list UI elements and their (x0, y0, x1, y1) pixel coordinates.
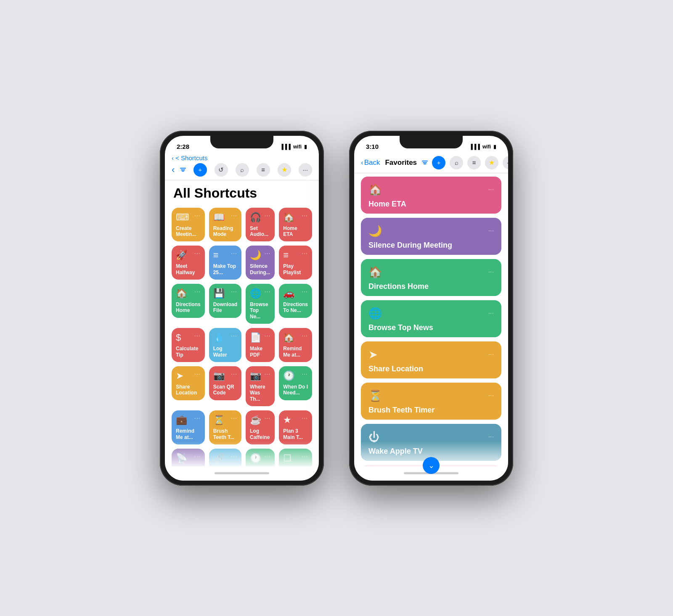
tile-more-icon[interactable]: ··· (265, 370, 271, 377)
tile-top: $ ··· (176, 332, 201, 343)
shortcut-tile-meet-halfway[interactable]: 🚀 ··· Meet Halfway (172, 246, 205, 280)
fav-item-wake-apple-tv[interactable]: ⏻ ··· Wake Apple TV (361, 424, 501, 461)
shortcut-tile-scan-qr[interactable]: 📷 ··· Scan QR Code (209, 366, 241, 400)
tile-more-icon[interactable]: ··· (302, 370, 308, 377)
layers-btn-2[interactable] (422, 161, 428, 164)
fav-item-brush-teeth-timer[interactable]: ⏳ ··· Brush Teeth Timer (361, 383, 501, 420)
list-btn-1[interactable]: ≡ (257, 163, 270, 177)
back-shortcuts[interactable]: ‹ < Shortcuts (172, 154, 207, 161)
fav-item-silence-during-meeting[interactable]: 🌙 ··· Silence During Meeting (361, 218, 501, 255)
tile-more-icon[interactable]: ··· (231, 212, 237, 219)
tile-more-icon[interactable]: ··· (302, 332, 308, 339)
shortcut-tile-make-top-25[interactable]: ≡ ··· Make Top 25... (209, 246, 241, 280)
fav-more-icon[interactable]: ··· (488, 433, 494, 441)
tile-more-icon[interactable]: ··· (231, 250, 237, 256)
shortcut-tile-make-pdf[interactable]: 📄 ··· Make PDF (246, 328, 275, 362)
tile-more-icon[interactable]: ··· (231, 370, 237, 377)
add-shortcut-btn[interactable]: + (193, 163, 207, 177)
list-btn-2[interactable]: ≡ (467, 156, 481, 169)
fav-more-icon[interactable]: ··· (488, 227, 494, 235)
shortcut-tile-open-app-on[interactable]: ☐ ··· Open App on... (279, 449, 312, 466)
tile-top: 🚗 ··· (283, 288, 308, 299)
star-btn-1[interactable]: ★ (278, 163, 291, 177)
fav-more-icon[interactable]: ··· (488, 392, 494, 399)
tile-top: 💾 ··· (213, 288, 237, 299)
wifi-icon-2: wifi (482, 144, 491, 150)
tile-more-icon[interactable]: ··· (194, 415, 201, 421)
status-time-1: 2:28 (177, 143, 189, 150)
shortcut-tile-reading-mode[interactable]: 📖 ··· Reading Mode (209, 208, 241, 242)
tile-more-icon[interactable]: ··· (302, 250, 308, 256)
tile-more-icon[interactable]: ··· (265, 332, 271, 339)
shortcut-tile-log-caffeine[interactable]: ☕ ··· Log Caffeine (246, 410, 275, 444)
nav-back-btn-1[interactable]: ‹ (172, 164, 175, 175)
shortcut-tile-directions-home[interactable]: 🏠 ··· Directions Home (172, 284, 205, 318)
tile-more-icon[interactable]: ··· (302, 453, 308, 460)
tile-icon-share-location: ➤ (176, 370, 183, 381)
star-btn-2[interactable]: ★ (485, 156, 498, 169)
shortcut-tile-when-do-i-need[interactable]: 🕐 ··· When Do I Need... (279, 366, 312, 400)
tile-more-icon[interactable]: ··· (265, 212, 271, 219)
fav-more-icon[interactable]: ··· (488, 268, 494, 276)
shortcut-tile-remind-me-at2[interactable]: 💼 ··· Remind Me at... (172, 410, 205, 444)
shortcut-tile-calculate-tip[interactable]: $ ··· Calculate Tip (172, 328, 205, 362)
nav-title-2: Favorites (385, 159, 417, 167)
tile-more-icon[interactable]: ··· (302, 415, 308, 421)
tile-more-icon[interactable]: ··· (231, 288, 237, 295)
shortcut-tile-browse-top-news[interactable]: 🌐 ··· Browse Top Ne... (246, 284, 275, 324)
tile-more-icon[interactable]: ··· (265, 288, 271, 295)
tile-more-icon[interactable]: ··· (231, 332, 237, 339)
more-btn-2[interactable]: ··· (503, 156, 508, 169)
add-btn-2[interactable]: + (432, 156, 445, 169)
fav-item-home-eta[interactable]: 🏠 ··· Home ETA (361, 177, 501, 214)
shortcut-tile-directions-to-next[interactable]: 🚗 ··· Directions To Ne... (279, 284, 312, 318)
tile-more-icon[interactable]: ··· (302, 212, 308, 219)
fav-more-icon[interactable]: ··· (488, 186, 494, 193)
shortcut-tile-tea-timer[interactable]: 🕐 ··· Tea Timer (246, 449, 275, 466)
refresh-btn-1[interactable]: ↺ (215, 163, 228, 177)
tile-more-icon[interactable]: ··· (194, 250, 201, 256)
tile-more-icon[interactable]: ··· (194, 453, 201, 460)
fav-item-share-location[interactable]: ➤ ··· Share Location (361, 341, 501, 378)
shortcut-tile-where-was-this[interactable]: 📷 ··· Where Was Th... (246, 366, 275, 406)
tile-more-icon[interactable]: ··· (194, 332, 201, 339)
tile-more-icon[interactable]: ··· (194, 370, 201, 377)
fav-item-browse-top-news[interactable]: 🌐 ··· Browse Top News (361, 300, 501, 337)
search-btn-1[interactable]: ⌕ (236, 163, 249, 177)
more-btn-1[interactable]: ··· (299, 163, 312, 177)
fav-item-directions-home[interactable]: 🏠 ··· Directions Home (361, 259, 501, 296)
shortcut-tile-browse-favorites[interactable]: 🔗 ··· Browse Favorit... (209, 449, 241, 466)
fav-label-silence-during-meeting: Silence During Meeting (368, 241, 452, 250)
tile-more-icon[interactable]: ··· (302, 288, 308, 295)
shortcut-tile-share-location[interactable]: ➤ ··· Share Location (172, 366, 205, 400)
fav-icon-wake-apple-tv: ⏻ (368, 431, 379, 444)
tile-more-icon[interactable]: ··· (265, 415, 271, 421)
fav-more-icon[interactable]: ··· (488, 309, 494, 317)
shortcut-tile-silence-during[interactable]: 🌙 ··· Silence During... (246, 246, 275, 280)
tile-more-icon[interactable]: ··· (265, 453, 271, 460)
layers-btn-1[interactable] (180, 168, 186, 172)
tile-more-icon[interactable]: ··· (194, 212, 201, 219)
back-btn-2[interactable]: ‹ Back (361, 159, 380, 167)
status-icons-2: ▐▐▐ wifi ▮ (469, 144, 496, 150)
shortcut-tile-log-water[interactable]: 💧 ··· Log Water (209, 328, 241, 362)
fav-more-icon[interactable]: ··· (488, 351, 494, 358)
nav-icons-2: + ⌕ ≡ ★ ··· (422, 156, 508, 169)
shortcut-tile-play-playlist[interactable]: ≡ ··· Play Playlist (279, 246, 312, 280)
shortcut-tile-set-audio[interactable]: 🎧 ··· Set Audio... (246, 208, 275, 242)
shortcut-tile-create-meeting[interactable]: ⌨ ··· Create Meetin... (172, 208, 205, 242)
tile-more-icon[interactable]: ··· (231, 415, 237, 421)
tile-more-icon[interactable]: ··· (231, 453, 237, 460)
shortcut-tile-brush-teeth[interactable]: ⏳ ··· Brush Teeth T... (209, 410, 241, 444)
shortcut-tile-download-file[interactable]: 💾 ··· Download File (209, 284, 241, 318)
search-btn-2[interactable]: ⌕ (450, 156, 463, 169)
shortcut-tile-remind-me-at[interactable]: 🏠 ··· Remind Me at... (279, 328, 312, 362)
shortcut-tile-plan-3-main[interactable]: ★ ··· Plan 3 Main T... (279, 410, 312, 444)
tile-icon-directions-to-next: 🚗 (283, 288, 294, 299)
fav-item-top: 🌙 ··· (368, 225, 494, 238)
tile-more-icon[interactable]: ··· (265, 250, 271, 256)
shortcut-tile-top-stories[interactable]: 📡 ··· Top Stories... (172, 449, 205, 466)
shortcut-tile-home-eta[interactable]: 🏠 ··· Home ETA (279, 208, 312, 242)
scroll-down-btn[interactable]: ⌄ (423, 457, 440, 474)
tile-more-icon[interactable]: ··· (194, 288, 201, 295)
